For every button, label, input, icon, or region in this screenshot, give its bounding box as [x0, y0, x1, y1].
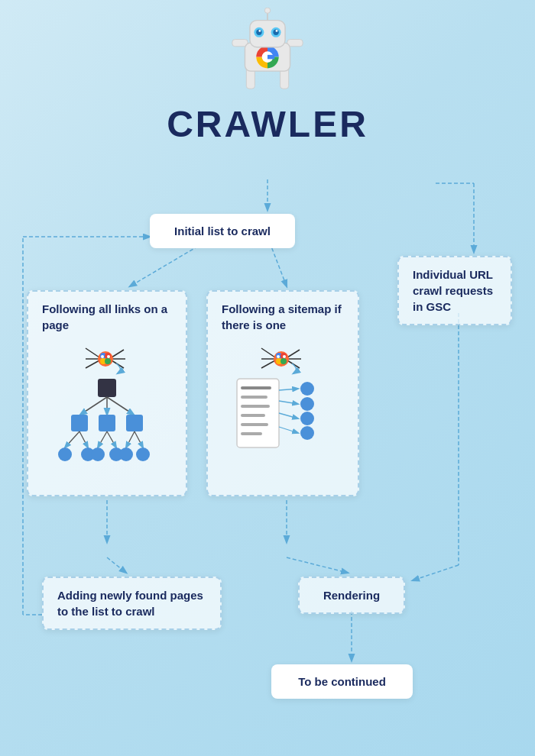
sitemap-box: Following a sitemap if there is one — [206, 290, 359, 496]
sitemap-title: Following a sitemap if there is one — [222, 301, 344, 333]
rendering-box: Rendering — [298, 577, 405, 614]
svg-rect-79 — [241, 405, 270, 408]
svg-point-75 — [283, 355, 286, 358]
url-box: Individual URL crawl requests in GSC — [397, 256, 512, 325]
svg-rect-48 — [71, 415, 88, 431]
spider-links-icon — [84, 341, 130, 375]
svg-line-66 — [287, 350, 300, 357]
svg-line-56 — [135, 431, 143, 447]
svg-line-55 — [126, 431, 135, 447]
svg-line-26 — [413, 565, 459, 580]
url-title: Individual URL crawl requests in GSC — [413, 267, 497, 315]
svg-point-15 — [264, 8, 270, 13]
spider-sitemap-icon — [260, 341, 306, 375]
svg-line-34 — [112, 350, 124, 357]
svg-line-23 — [287, 557, 348, 573]
svg-rect-82 — [241, 432, 262, 435]
svg-line-54 — [107, 431, 116, 447]
svg-line-84 — [279, 401, 298, 404]
sitemap-illustration — [222, 341, 344, 467]
svg-point-69 — [274, 351, 289, 367]
svg-line-63 — [261, 348, 275, 357]
svg-rect-6 — [268, 55, 274, 60]
continued-box: To be continued — [271, 664, 413, 699]
svg-point-43 — [107, 355, 110, 358]
svg-line-45 — [80, 397, 107, 415]
rendering-title: Rendering — [313, 587, 390, 603]
initial-list-label: Initial list to crawl — [174, 225, 271, 237]
svg-point-13 — [276, 30, 278, 32]
svg-point-37 — [98, 351, 113, 367]
svg-line-52 — [79, 431, 88, 447]
page: CRAWLER — [0, 0, 535, 756]
svg-point-12 — [258, 30, 261, 32]
adding-box: Adding newly found pages to the list to … — [42, 577, 222, 630]
svg-rect-50 — [126, 415, 143, 431]
svg-point-41 — [105, 358, 111, 364]
tree-diagram — [46, 375, 168, 474]
svg-rect-78 — [241, 396, 268, 399]
svg-line-51 — [65, 431, 79, 447]
svg-point-89 — [300, 412, 314, 425]
title-section: CRAWLER — [0, 0, 535, 145]
svg-line-33 — [86, 360, 99, 368]
svg-line-31 — [86, 348, 99, 357]
svg-point-73 — [280, 358, 287, 364]
svg-point-87 — [300, 382, 314, 396]
svg-point-42 — [101, 355, 104, 358]
svg-line-83 — [279, 389, 298, 390]
svg-rect-81 — [241, 423, 268, 426]
svg-line-24 — [107, 557, 126, 573]
svg-point-61 — [119, 447, 133, 461]
svg-rect-44 — [98, 379, 116, 397]
continued-title: To be continued — [285, 674, 399, 690]
svg-line-47 — [107, 397, 134, 415]
initial-list-box: Initial list to crawl — [150, 214, 295, 248]
page-title: CRAWLER — [0, 103, 535, 145]
sitemap-diagram — [222, 375, 344, 467]
svg-point-88 — [300, 397, 314, 411]
svg-point-62 — [136, 447, 150, 461]
svg-point-59 — [91, 447, 105, 461]
adding-title: Adding newly found pages to the list to … — [57, 587, 206, 619]
svg-line-86 — [279, 427, 298, 433]
links-box: Following all links on a page — [27, 290, 187, 496]
robot-icon — [222, 8, 313, 99]
links-illustration — [42, 341, 172, 474]
svg-line-85 — [279, 413, 298, 418]
svg-rect-80 — [241, 414, 265, 417]
svg-rect-49 — [99, 415, 115, 431]
svg-point-57 — [58, 447, 72, 461]
svg-point-90 — [300, 426, 314, 440]
svg-line-53 — [98, 431, 107, 447]
svg-point-74 — [277, 355, 280, 358]
svg-rect-77 — [241, 386, 271, 389]
svg-line-65 — [261, 360, 275, 368]
links-title: Following all links on a page — [42, 301, 172, 333]
